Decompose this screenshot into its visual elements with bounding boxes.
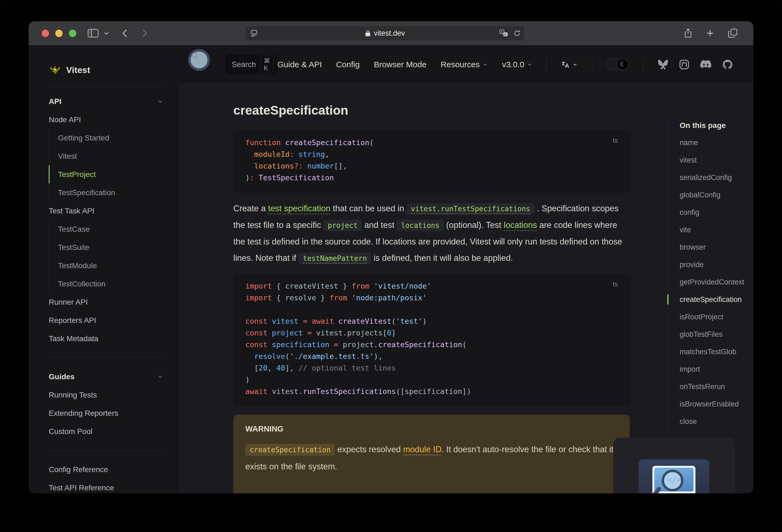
toc-item-matchestestglob[interactable]: matchesTestGlob: [680, 343, 753, 360]
toc-item-browser[interactable]: browser: [680, 239, 753, 256]
sidebar-item-config-reference[interactable]: Config Reference: [49, 460, 164, 478]
toc-item-isbrowserenabled[interactable]: isBrowserEnabled: [680, 395, 753, 413]
inline-code-createspecification: createSpecification: [245, 444, 335, 456]
code-block-signature: ts function createSpecification( moduleI…: [233, 131, 630, 193]
share-icon[interactable]: [684, 28, 692, 39]
sidebar-item-testspecification[interactable]: TestSpecification: [49, 183, 164, 202]
sidebar-item-vitest[interactable]: Vitest: [49, 147, 164, 165]
toc-item-createspecification[interactable]: createSpecification: [680, 291, 753, 308]
sidebar-nav: APINode APIGetting StartedVitestTestProj…: [49, 92, 164, 493]
toc-title: On this page: [680, 117, 753, 134]
sidebar-item-running-tests[interactable]: Running Tests: [49, 386, 164, 404]
inline-link-test-specification[interactable]: test specification: [268, 204, 330, 213]
sidebar-item-custom-pool[interactable]: Custom Pool: [49, 422, 164, 440]
code-line: await vitest.runTestSpecifications([spec…: [245, 386, 618, 397]
mastodon-icon[interactable]: [679, 59, 689, 70]
logo-text: Vitest: [66, 65, 90, 75]
discord-icon[interactable]: [700, 60, 712, 69]
back-button-icon[interactable]: [121, 28, 129, 38]
sidebar-item-guides[interactable]: Guides: [49, 367, 164, 386]
nav-item-guide-api[interactable]: Guide & API: [278, 60, 322, 69]
svg-text:A: A: [501, 30, 503, 34]
search-label: Search: [232, 60, 256, 69]
sidebar: Vitest APINode APIGetting StartedVitestT…: [29, 45, 179, 493]
nav-item-resources[interactable]: Resources: [440, 60, 488, 69]
browser-window: vitest.dev Ax: [29, 21, 753, 493]
address-bar[interactable]: vitest.dev Ax: [245, 26, 525, 41]
sidebar-item-testproject[interactable]: TestProject: [49, 165, 164, 183]
sidebar-toggle-icon[interactable]: [88, 29, 99, 38]
sidebar-item-test-api-reference[interactable]: Test API Reference: [49, 478, 164, 493]
bluesky-icon[interactable]: [657, 59, 669, 70]
divider: [49, 357, 164, 358]
toc-item-config[interactable]: config: [680, 204, 753, 221]
sponsor-illustration: </>: [639, 459, 709, 493]
code-line: [245, 304, 618, 315]
toc-item-globalconfig[interactable]: globalConfig: [680, 186, 753, 204]
forward-button-icon[interactable]: [141, 28, 149, 38]
logo[interactable]: Vitest: [49, 45, 164, 78]
toc-item-isrootproject[interactable]: isRootProject: [680, 308, 753, 326]
theme-toggle[interactable]: ☾: [606, 58, 629, 71]
toc-item-ontestsrerun[interactable]: onTestsRerun: [680, 378, 753, 395]
search-button[interactable]: Search ⌘ K: [225, 55, 278, 75]
sidebar-item-testmodule[interactable]: TestModule: [49, 256, 164, 275]
code-lang-badge: ts: [613, 137, 618, 144]
sidebar-item-runner-api[interactable]: Runner API: [49, 293, 164, 311]
sidebar-chevron-icon[interactable]: [103, 30, 109, 36]
sidebar-item-reporters-api[interactable]: Reporters API: [49, 311, 164, 329]
toc-item-close[interactable]: close: [680, 413, 753, 430]
search-shortcut: ⌘ K: [260, 56, 274, 73]
code-line: const vitest = await createVitest('test'…: [245, 315, 618, 327]
lock-icon: [365, 30, 370, 37]
toc-item-serializedconfig[interactable]: serializedConfig: [680, 169, 753, 186]
sidebar-item-extending-reporters[interactable]: Extending Reporters: [49, 404, 164, 422]
inline-code-link-vitest-runtestspecifications[interactable]: vitest.runTestSpecifications: [406, 203, 534, 215]
language-menu[interactable]: [561, 60, 578, 69]
inline-code-link-testnamepattern[interactable]: testNamePattern: [299, 253, 371, 264]
code-line: ): TestSpecification: [245, 172, 618, 183]
url-text: vitest.dev: [374, 29, 405, 38]
reload-icon[interactable]: [513, 29, 521, 37]
nav-item-config[interactable]: Config: [336, 60, 360, 69]
browser-titlebar: vitest.dev Ax: [29, 21, 753, 45]
code-line: const project = vitest.projects[0]: [245, 327, 618, 339]
sidebar-item-testcollection[interactable]: TestCollection: [49, 275, 164, 293]
translate-icon[interactable]: Ax: [499, 29, 508, 37]
magnifier-icon: [662, 470, 683, 491]
toc-item-name[interactable]: name: [680, 134, 753, 151]
chevron-down-icon: [572, 62, 578, 67]
sidebar-item-node-api[interactable]: Node API: [49, 110, 164, 129]
on-this-page: On this page namevitestserializedConfigg…: [668, 117, 753, 430]
close-window-button[interactable]: [42, 30, 49, 37]
sidebar-item-test-task-api[interactable]: Test Task API: [49, 202, 164, 220]
toc-item-vitest[interactable]: vitest: [680, 151, 753, 169]
sponsor-card[interactable]: </>: [613, 437, 735, 493]
nav-item-browser-mode[interactable]: Browser Mode: [374, 60, 426, 69]
toc-item-vite[interactable]: vite: [680, 221, 753, 239]
toc-item-import[interactable]: import: [680, 360, 753, 378]
sidebar-item-testcase[interactable]: TestCase: [49, 220, 164, 238]
minimize-window-button[interactable]: [55, 30, 63, 37]
zoom-window-button[interactable]: [69, 30, 76, 37]
toc-item-globtestfiles[interactable]: globTestFiles: [680, 326, 753, 343]
new-tab-icon[interactable]: [706, 29, 715, 38]
sidebar-item-getting-started[interactable]: Getting Started: [49, 129, 164, 147]
github-icon[interactable]: [722, 59, 733, 70]
sidebar-item-api[interactable]: API: [49, 92, 164, 110]
code-line: [20, 40], // optional test lines: [245, 362, 618, 374]
description-paragraph: Create a test specification that can be …: [233, 201, 630, 267]
sidebar-item-task-metadata[interactable]: Task Metadata: [49, 329, 164, 348]
inline-link-module-id[interactable]: module ID: [403, 445, 441, 454]
moon-icon: ☾: [618, 59, 628, 69]
chevron-down-icon: [527, 62, 532, 67]
toc-item-provide[interactable]: provide: [680, 256, 753, 273]
nav-item-v3-0-0[interactable]: v3.0.0: [502, 60, 533, 69]
toc-item-getprovidedcontext[interactable]: getProvidedContext: [680, 273, 753, 291]
inline-link-locations[interactable]: locations: [504, 220, 537, 230]
social-links: [657, 59, 733, 70]
sidebar-item-testsuite[interactable]: TestSuite: [49, 238, 164, 256]
divider: [592, 58, 592, 71]
code-line: import { createVitest } from 'vitest/nod…: [245, 280, 618, 292]
tab-overview-icon[interactable]: [728, 28, 738, 38]
